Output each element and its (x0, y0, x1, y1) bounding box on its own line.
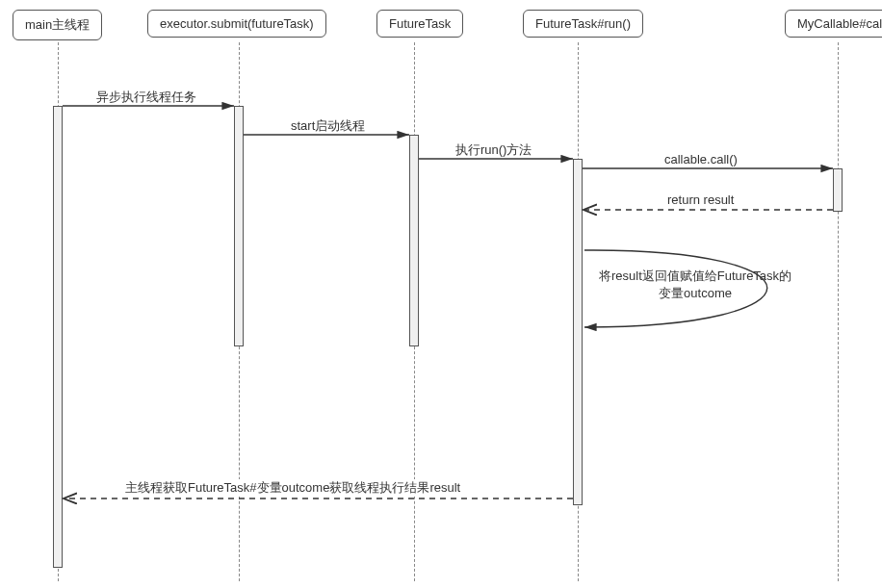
msg-async-exec: 异步执行线程任务 (96, 89, 196, 106)
participant-run: FutureTask#run() (523, 10, 643, 38)
participant-futuretask: FutureTask (376, 10, 463, 38)
msg-set-outcome-line2: 变量outcome (659, 286, 732, 300)
activation-run (573, 159, 583, 505)
msg-main-get-result: 主线程获取FutureTask#变量outcome获取线程执行结果result (125, 479, 460, 497)
sequence-diagram: main主线程 executor.submit(futureTask) Futu… (0, 0, 882, 588)
participant-executor-label: executor.submit(futureTask) (160, 16, 314, 31)
participant-main: main主线程 (13, 10, 102, 40)
activation-main (53, 106, 63, 568)
activation-callable (833, 168, 843, 212)
msg-set-outcome-line1: 将result返回值赋值给FutureTask的 (599, 268, 791, 283)
msg-return-result: return result (667, 192, 734, 207)
participant-run-label: FutureTask#run() (535, 16, 631, 31)
participant-main-label: main主线程 (25, 17, 90, 32)
activation-futuretask (409, 135, 419, 346)
msg-callable-call: callable.call() (664, 152, 738, 166)
msg-set-outcome: 将result返回值赋值给FutureTask的 变量outcome (599, 268, 791, 302)
participant-callable: MyCallable#call() (785, 10, 882, 38)
participant-callable-label: MyCallable#call() (797, 16, 882, 31)
activation-executor (234, 106, 244, 346)
participant-executor: executor.submit(futureTask) (147, 10, 326, 38)
participant-futuretask-label: FutureTask (389, 16, 451, 31)
lifeline-callable (838, 42, 839, 581)
msg-start-thread: start启动线程 (291, 117, 365, 135)
msg-execute-run: 执行run()方法 (455, 141, 532, 159)
